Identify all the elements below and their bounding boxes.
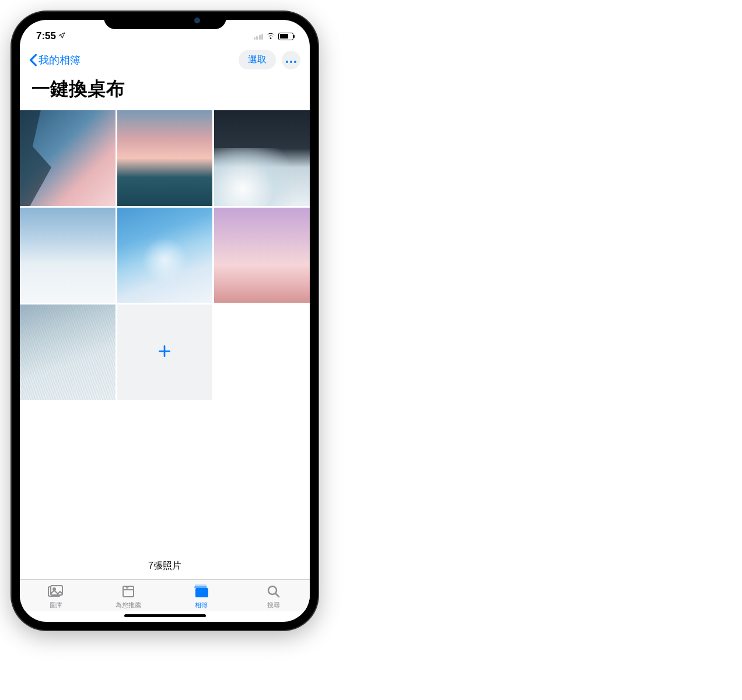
photo-thumbnail[interactable] xyxy=(214,208,310,303)
back-button[interactable]: 我的相簿 xyxy=(29,53,80,67)
album-title: 一鍵換桌布 xyxy=(20,74,310,110)
photo-thumbnail[interactable] xyxy=(117,208,213,303)
photo-thumbnail[interactable] xyxy=(20,110,116,206)
battery-icon xyxy=(278,33,293,40)
svg-point-1 xyxy=(290,61,292,63)
tab-bar: 圖庫 為您推薦 相簿 搜尋 xyxy=(20,579,310,611)
tab-label: 搜尋 xyxy=(267,601,280,610)
wifi-icon xyxy=(266,30,275,42)
albums-icon xyxy=(193,583,209,600)
status-time-group: 7:55 xyxy=(36,30,65,42)
photo-count: 7張照片 xyxy=(20,548,310,579)
svg-rect-10 xyxy=(194,586,207,588)
svg-rect-9 xyxy=(195,588,208,597)
photo-grid xyxy=(20,110,310,400)
plus-icon xyxy=(157,342,172,363)
nav-actions: 選取 xyxy=(239,50,300,69)
phone-notch xyxy=(104,12,226,29)
photo-thumbnail[interactable] xyxy=(214,110,310,206)
tab-library[interactable]: 圖庫 xyxy=(20,583,92,610)
tab-label: 圖庫 xyxy=(50,601,62,610)
tab-albums[interactable]: 相簿 xyxy=(165,583,237,610)
signal-icon xyxy=(254,33,264,40)
photo-thumbnail[interactable] xyxy=(20,208,116,303)
status-time: 7:55 xyxy=(36,30,56,42)
search-icon xyxy=(267,583,281,600)
photo-thumbnail[interactable] xyxy=(20,304,116,400)
add-photo-button[interactable] xyxy=(117,304,213,400)
tab-for-you[interactable]: 為您推薦 xyxy=(92,583,164,610)
content-area[interactable]: 7張照片 xyxy=(20,110,310,579)
select-label: 選取 xyxy=(248,54,267,64)
back-label: 我的相簿 xyxy=(38,53,80,67)
phone-frame: 7:55 我的相簿 xyxy=(12,12,318,630)
tab-search[interactable]: 搜尋 xyxy=(237,583,310,610)
svg-rect-6 xyxy=(51,586,62,595)
status-indicators xyxy=(254,30,294,42)
svg-point-0 xyxy=(286,61,288,63)
select-button[interactable]: 選取 xyxy=(239,50,276,69)
home-indicator[interactable] xyxy=(124,614,206,617)
location-icon xyxy=(58,32,65,41)
library-icon xyxy=(47,583,65,600)
phone-screen: 7:55 我的相簿 xyxy=(20,20,310,622)
photo-thumbnail[interactable] xyxy=(117,110,213,206)
more-icon xyxy=(286,55,296,65)
for-you-icon xyxy=(121,583,135,600)
svg-point-2 xyxy=(294,61,296,63)
more-button[interactable] xyxy=(282,51,300,69)
svg-rect-11 xyxy=(195,584,206,586)
tab-label: 為您推薦 xyxy=(116,601,141,610)
svg-line-13 xyxy=(275,593,279,597)
navigation-bar: 我的相簿 選取 xyxy=(20,46,310,74)
tab-label: 相簿 xyxy=(195,601,208,610)
